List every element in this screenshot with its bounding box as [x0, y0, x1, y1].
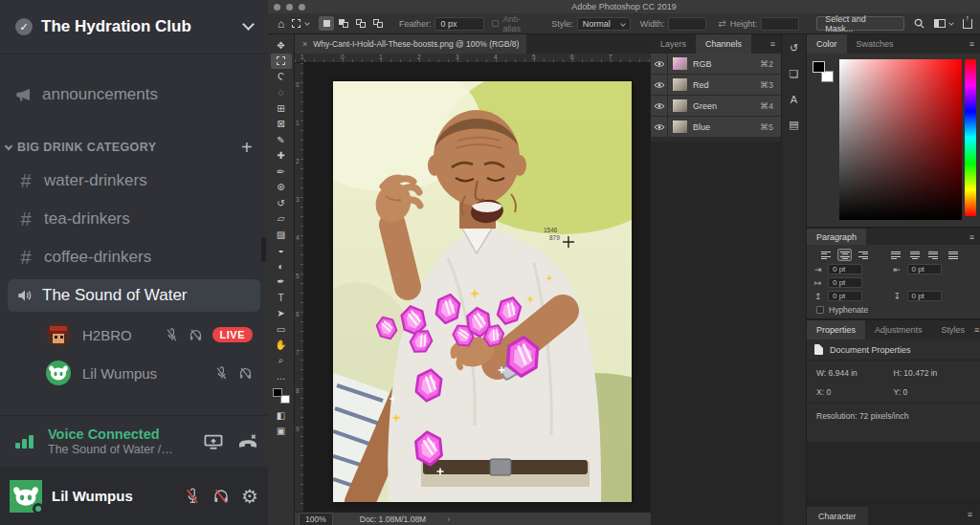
hue-slider[interactable] [965, 59, 976, 216]
align-center-button[interactable] [837, 249, 852, 261]
first-line-indent-input[interactable]: 0 pt [828, 277, 862, 288]
foreground-background-swatches[interactable] [273, 388, 290, 404]
hand-tool[interactable]: ✋ [271, 338, 292, 354]
frame-tool[interactable]: ⊠ [271, 117, 292, 133]
document-tab[interactable]: × Why-Cant-I-Hold-All-These-boosts.png @… [295, 34, 526, 54]
align-left-button[interactable] [818, 249, 833, 261]
scrollbar-thumb[interactable] [261, 237, 266, 262]
lasso-tool[interactable]: Ϛ [271, 69, 292, 85]
channel-announcements[interactable]: announcements [8, 78, 260, 111]
glyphs-panel-icon[interactable]: A [791, 94, 797, 105]
intersect-selection-button[interactable] [370, 16, 386, 31]
voice-user-h2bro[interactable]: H2BRO LIVE [38, 319, 260, 350]
voice-channel-sound-of-water[interactable]: The Sound of Water [8, 279, 260, 312]
align-right-button[interactable] [857, 249, 871, 261]
height-input[interactable] [761, 17, 799, 31]
screen-mode-button[interactable]: ▣ [271, 424, 292, 440]
justify-all-button[interactable] [946, 249, 960, 261]
zoom-level-field[interactable]: 100% [299, 513, 333, 525]
eyedropper-tool[interactable]: ✎ [271, 132, 292, 148]
checkbox[interactable] [816, 306, 824, 314]
crop-tool[interactable]: ⊞ [271, 100, 292, 117]
tab-paragraph[interactable]: Paragraph [807, 229, 866, 245]
foreground-color-swatch[interactable] [273, 388, 282, 397]
move-tool[interactable]: ✥ [271, 37, 292, 54]
justify-last-left-button[interactable] [888, 249, 902, 261]
shapes-panel-icon[interactable]: ❏ [790, 68, 799, 80]
history-panel-icon[interactable]: ↺ [790, 42, 798, 55]
brush-tool[interactable]: ✏ [271, 164, 292, 180]
channel-row-red[interactable]: Red ⌘3 [651, 75, 781, 96]
foreground-color-swatch[interactable] [813, 61, 825, 73]
space-before-input[interactable]: 0 pt [828, 291, 862, 301]
gradient-tool[interactable]: ▨ [271, 227, 292, 243]
workspace-switcher[interactable] [934, 19, 953, 28]
channel-row-green[interactable]: Green ⌘4 [651, 96, 781, 117]
blur-tool[interactable]: ◒ [271, 243, 292, 259]
channel-row-blue[interactable]: Blue ⌘5 [651, 117, 781, 138]
tab-color[interactable]: Color [807, 34, 847, 54]
subtract-from-selection-button[interactable] [353, 16, 368, 31]
clone-stamp-tool[interactable]: ⊛ [271, 180, 292, 196]
antialias-checkbox[interactable] [492, 20, 499, 27]
tab-swatches[interactable]: Swatches [847, 34, 903, 54]
quick-selection-tool[interactable]: ◌ [271, 85, 292, 101]
canvas[interactable]: 1546 879 [304, 63, 651, 512]
add-channel-button[interactable]: + [241, 138, 260, 157]
search-icon[interactable] [914, 18, 924, 29]
feather-input[interactable]: 0 px [434, 17, 484, 31]
status-menu-arrow[interactable]: › [447, 514, 450, 524]
pen-tool[interactable]: ✒ [271, 274, 292, 291]
screen-share-button[interactable] [203, 433, 224, 450]
eraser-tool[interactable]: ▱ [271, 211, 292, 228]
visibility-eye-icon[interactable] [651, 117, 668, 137]
home-icon[interactable]: ⌂ [278, 17, 284, 31]
panel-menu-icon[interactable]: ≡ [974, 325, 980, 335]
zoom-tool[interactable]: ⌕ [271, 353, 292, 369]
path-selection-tool[interactable]: ➤ [271, 306, 292, 322]
channel-water-drinkers[interactable]: # water-drinkers [8, 164, 260, 197]
panel-menu-icon[interactable]: ≡ [770, 39, 781, 49]
indent-left-input[interactable]: 0 pt [828, 264, 862, 274]
visibility-eye-icon[interactable] [651, 75, 668, 95]
channel-tea-drinkers[interactable]: # tea-drinkers [8, 203, 260, 235]
type-tool[interactable]: T [271, 290, 292, 306]
rectangle-tool[interactable]: ▭ [271, 321, 292, 338]
select-and-mask-button[interactable]: Select and Mask... [816, 16, 904, 31]
channel-row-rgb[interactable]: RGB ⌘2 [651, 54, 781, 75]
panel-menu-icon[interactable]: ≡ [969, 39, 980, 49]
justify-last-right-button[interactable] [926, 249, 941, 261]
space-after-input[interactable]: 0 pt [907, 291, 942, 301]
channel-coffee-drinkers[interactable]: # coffee-drinkers [8, 241, 260, 273]
tab-channels[interactable]: Channels [696, 34, 751, 54]
avatar[interactable] [10, 480, 42, 513]
foreground-background-swatches[interactable] [813, 61, 834, 82]
style-select[interactable]: Normal [577, 17, 631, 31]
share-icon[interactable] [963, 19, 972, 29]
settings-gear-icon[interactable]: ⚙ [241, 487, 258, 506]
visibility-eye-icon[interactable] [651, 96, 668, 116]
tab-character[interactable]: Character [807, 507, 868, 525]
quick-mask-button[interactable]: ◧ [271, 407, 292, 424]
visibility-eye-icon[interactable] [651, 54, 668, 74]
new-selection-button[interactable] [319, 16, 334, 31]
tab-adjustments[interactable]: Adjustments [865, 320, 932, 339]
history-brush-tool[interactable]: ↺ [271, 195, 292, 211]
rectangular-marquee-tool[interactable] [271, 54, 292, 70]
saturation-brightness-picker[interactable] [839, 59, 962, 220]
mute-button[interactable] [184, 488, 201, 505]
width-input[interactable] [668, 17, 706, 31]
voice-user-lil-wumpus[interactable]: Lil Wumpus [38, 358, 260, 388]
close-icon[interactable]: × [302, 39, 307, 49]
deafen-button[interactable] [212, 488, 230, 505]
justify-last-center-button[interactable] [907, 249, 922, 261]
server-header[interactable]: ✓ The Hydration Club [0, 0, 268, 54]
edit-toolbar-button[interactable]: … [271, 369, 292, 385]
tab-properties[interactable]: Properties [807, 320, 865, 339]
hyphenate-checkbox[interactable]: Hyphenate [807, 301, 980, 315]
tab-styles[interactable]: Styles [932, 320, 975, 339]
link-dimensions-icon[interactable]: ⇄ [718, 18, 725, 29]
disconnect-call-button[interactable] [237, 433, 258, 450]
panel-menu-icon[interactable]: ≡ [968, 510, 980, 519]
spot-healing-tool[interactable]: ✚ [271, 148, 292, 164]
